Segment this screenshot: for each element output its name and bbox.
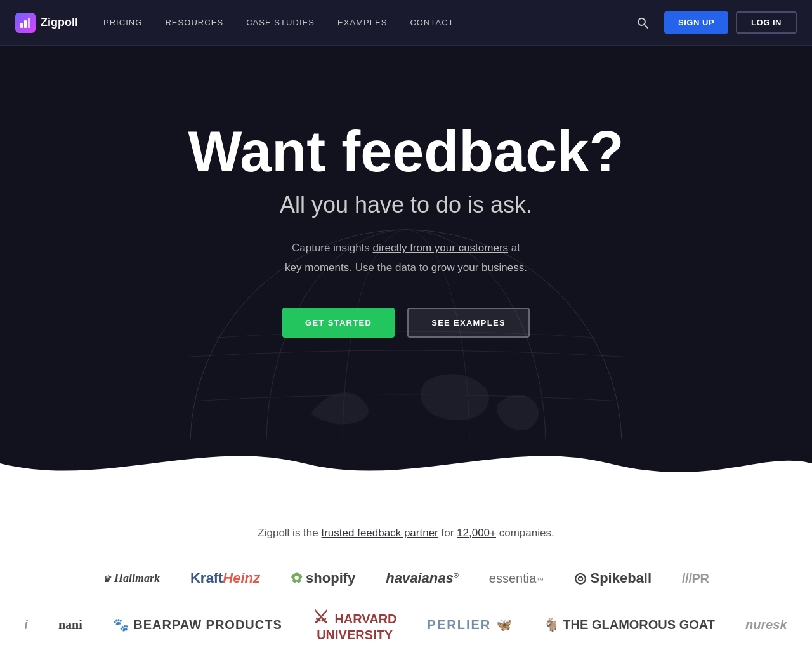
nav-links: PRICING RESOURCES CASE STUDIES EXAMPLES … bbox=[103, 18, 631, 27]
wave-divider bbox=[0, 438, 812, 489]
login-button[interactable]: LOG IN bbox=[736, 11, 797, 34]
logo-kraftheinz: KraftHeinz bbox=[190, 570, 260, 587]
logo-essentia: essentia™ bbox=[489, 571, 544, 586]
hero-section: Want feedback? All you have to do is ask… bbox=[0, 46, 812, 439]
hero-buttons: GET STARTED SEE EXAMPLES bbox=[282, 308, 530, 338]
hero-subheading: All you have to do is ask. bbox=[280, 192, 532, 218]
logo-nani: nani bbox=[58, 618, 82, 632]
svg-rect-2 bbox=[28, 18, 30, 28]
hero-heading: Want feedback? bbox=[188, 122, 624, 182]
svg-rect-0 bbox=[20, 23, 23, 28]
search-icon bbox=[636, 17, 649, 29]
logo-link[interactable]: Zigpoll bbox=[15, 13, 78, 33]
logo-perlier: PERLIER 🦋 bbox=[428, 617, 513, 632]
logo-glamorous-goat: 🐐 THE GLAMOROUS GOAT bbox=[544, 617, 715, 632]
logo-spikeball: ◎ Spikeball bbox=[574, 570, 652, 587]
nav-case-studies[interactable]: CASE STUDIES bbox=[246, 18, 315, 27]
get-started-button[interactable]: GET STARTED bbox=[282, 308, 395, 338]
logo-havaianas: havaianas® bbox=[386, 570, 459, 587]
logo-cli: cli bbox=[25, 618, 28, 632]
logo-bearpaw: 🐾 BEARPAW PRODUCTS bbox=[113, 617, 282, 632]
search-button[interactable] bbox=[631, 14, 654, 32]
svg-line-4 bbox=[645, 24, 648, 28]
see-examples-button[interactable]: SEE EXAMPLES bbox=[407, 308, 530, 338]
svg-rect-1 bbox=[24, 20, 27, 28]
nav-contact[interactable]: CONTACT bbox=[410, 18, 454, 27]
nav-examples[interactable]: EXAMPLES bbox=[337, 18, 387, 27]
logo-shopify: ✿ shopify bbox=[291, 570, 355, 587]
logos-row-1: ♛ Hallmark KraftHeinz ✿ shopify havaiana… bbox=[25, 570, 787, 587]
social-proof-text: Zigpoll is the trusted feedback partner … bbox=[25, 527, 787, 540]
nav-pricing[interactable]: PRICING bbox=[103, 18, 142, 27]
logos-row-2: cli nani 🐾 BEARPAW PRODUCTS ⚔ HARVARDUNI… bbox=[25, 607, 787, 642]
logo-icon bbox=[15, 13, 36, 33]
logo-harvard: ⚔ HARVARDUNIVERSITY bbox=[313, 607, 397, 642]
logo-text: Zigpoll bbox=[41, 16, 78, 29]
signup-button[interactable]: SIGN UP bbox=[664, 11, 728, 34]
nav-resources[interactable]: RESOURCES bbox=[165, 18, 223, 27]
navbar: Zigpoll PRICING RESOURCES CASE STUDIES E… bbox=[0, 0, 812, 46]
hero-description: Capture insights directly from your cust… bbox=[285, 239, 527, 277]
logo-hallmark: ♛ Hallmark bbox=[103, 572, 160, 585]
social-proof-section: Zigpoll is the trusted feedback partner … bbox=[0, 489, 812, 650]
logo-pr: ///PR bbox=[682, 571, 709, 586]
logo-nureskin: nureskin bbox=[745, 618, 787, 632]
